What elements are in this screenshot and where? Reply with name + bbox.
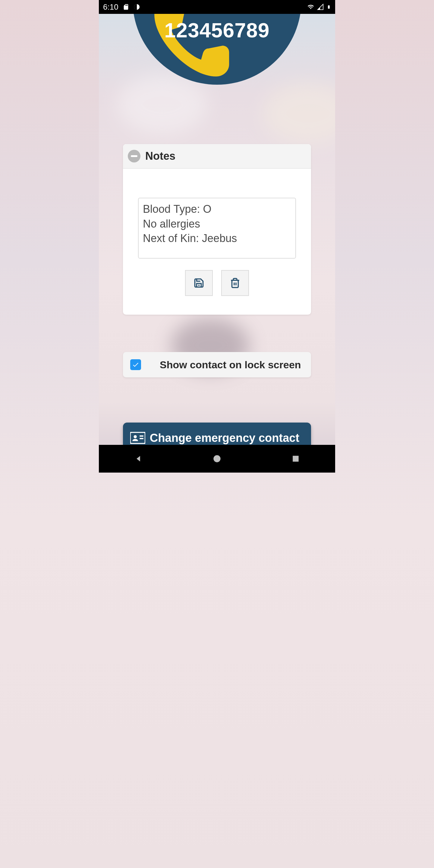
svg-point-2 <box>198 284 200 286</box>
lockscreen-label: Show contact on lock screen <box>160 359 301 371</box>
notes-body <box>123 169 311 296</box>
navigation-bar <box>99 445 335 472</box>
sd-card-icon <box>123 4 129 10</box>
svg-point-9 <box>213 455 220 462</box>
bg-decoration <box>117 74 207 134</box>
contact-card-icon <box>130 432 145 444</box>
wifi-icon <box>307 4 314 10</box>
status-bar: 6:10 <box>99 0 335 14</box>
trash-icon <box>230 278 241 288</box>
home-icon <box>213 455 221 463</box>
notes-input[interactable] <box>138 198 296 258</box>
lockscreen-toggle-card[interactable]: Show contact on lock screen <box>123 352 311 377</box>
app-status-icon <box>133 4 140 10</box>
lockscreen-checkbox[interactable] <box>130 359 141 370</box>
save-icon <box>193 278 204 288</box>
recents-icon <box>292 455 300 463</box>
back-icon <box>134 455 143 463</box>
battery-icon <box>327 4 331 10</box>
status-right <box>307 4 331 10</box>
device-frame: 6:10 123456789 Note <box>99 0 335 472</box>
collapse-icon[interactable] <box>128 150 141 162</box>
notes-header[interactable]: Notes <box>123 144 311 169</box>
check-icon <box>132 361 139 368</box>
change-contact-button[interactable]: Change emergency contact <box>123 423 311 445</box>
delete-button[interactable] <box>221 270 249 296</box>
cell-signal-icon <box>317 4 324 10</box>
bg-decoration <box>263 83 335 144</box>
svg-rect-10 <box>293 456 299 462</box>
back-button[interactable] <box>120 450 156 468</box>
minus-icon <box>131 155 137 157</box>
save-button[interactable] <box>185 270 213 296</box>
contact-number: 123456789 <box>164 19 270 42</box>
content-area: 123456789 Notes <box>99 14 335 445</box>
clock: 6:10 <box>103 2 119 12</box>
recents-button[interactable] <box>278 450 314 468</box>
notes-card: Notes <box>123 144 311 315</box>
notes-actions <box>138 270 296 296</box>
svg-rect-7 <box>140 435 144 437</box>
notes-title: Notes <box>145 150 176 162</box>
svg-point-1 <box>135 6 136 7</box>
change-contact-label: Change emergency contact <box>145 432 304 444</box>
svg-point-6 <box>133 435 136 438</box>
status-left: 6:10 <box>103 2 140 12</box>
home-button[interactable] <box>199 450 235 468</box>
svg-rect-8 <box>140 438 144 439</box>
